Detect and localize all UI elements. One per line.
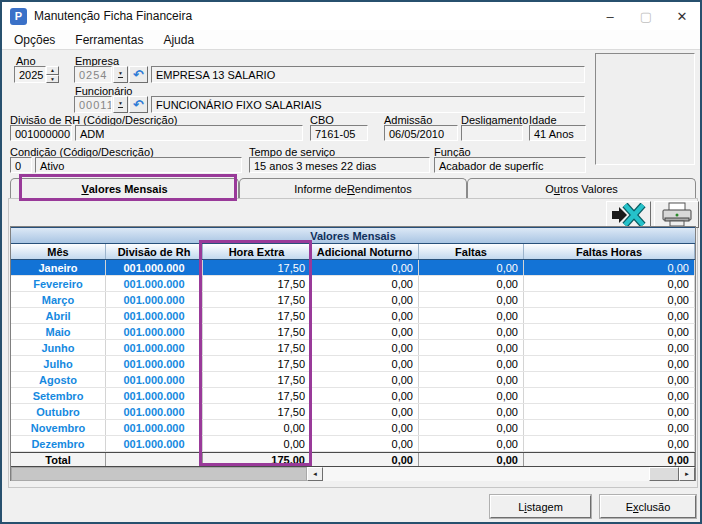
scroll-right-button[interactable]: ► [679, 467, 695, 481]
desligamento-field[interactable] [461, 125, 523, 141]
column-header-mes[interactable]: Mês [11, 244, 106, 259]
empresa-name-field[interactable]: EMPRESA 13 SALARIO [151, 66, 585, 83]
export-excel-button[interactable] [606, 201, 651, 228]
table-row[interactable]: Abril001.000.00017,500,000,000,00 [11, 308, 695, 324]
menu-ferramentas[interactable]: Ferramentas [75, 33, 143, 47]
dropdown-icon: ▼ [118, 71, 123, 78]
menu-ajuda[interactable]: Ajuda [163, 33, 194, 47]
funcionario-code-field[interactable]: 00011 [74, 96, 112, 113]
grid-column-headers: Mês Divisão de Rh Hora Extra Adicional N… [11, 244, 695, 260]
total-faltas: 0,00 [419, 453, 524, 466]
table-row[interactable]: Junho001.000.00017,500,000,000,00 [11, 340, 695, 356]
month-cell: Abril [11, 308, 106, 323]
close-button[interactable]: ✕ [664, 3, 700, 29]
value-cell: 17,50 [203, 404, 311, 419]
value-cell: 0,00 [524, 340, 695, 355]
cbo-field[interactable]: 7161-05 [310, 125, 368, 141]
value-cell: 17,50 [203, 308, 311, 323]
value-cell: 17,50 [203, 356, 311, 371]
value-cell: 17,50 [203, 340, 311, 355]
value-cell: 0,00 [419, 260, 524, 275]
total-adicional-noturno: 0,00 [311, 453, 419, 466]
value-cell: 0,00 [203, 436, 311, 451]
condicao-code-field[interactable]: 0 [10, 157, 32, 173]
funcionario-undo-button[interactable]: ↶ [129, 96, 148, 113]
divisao-rh-desc-field[interactable]: ADM [75, 125, 303, 141]
idade-field[interactable]: 41 Anos [529, 125, 586, 141]
tempo-servico-field[interactable]: 15 anos 3 meses 22 dias [249, 157, 430, 173]
window-controls: – ▢ ✕ [592, 3, 700, 29]
value-cell: 0,00 [311, 260, 419, 275]
total-faltas-horas: 0,00 [524, 453, 695, 466]
maximize-button[interactable]: ▢ [628, 3, 664, 29]
total-label: Total [11, 453, 106, 466]
column-header-faltas[interactable]: Faltas [419, 244, 524, 259]
dropdown-icon: ▼ [118, 101, 123, 108]
empresa-undo-button[interactable]: ↶ [129, 66, 148, 83]
exclusao-button[interactable]: Exclusão [600, 495, 696, 518]
month-cell: Agosto [11, 372, 106, 387]
scrollbar-track[interactable] [323, 467, 679, 481]
table-row[interactable]: Janeiro001.000.00017,500,000,000,00 [11, 260, 695, 276]
app-window: P Manutenção Ficha Financeira – ▢ ✕ Opçõ… [0, 0, 702, 524]
value-cell: 0,00 [419, 276, 524, 291]
table-row[interactable]: Julho001.000.00017,500,000,000,00 [11, 356, 695, 372]
scroll-left-icon: ◄ [312, 471, 318, 477]
value-cell: 17,50 [203, 324, 311, 339]
table-row[interactable]: Setembro001.000.00017,500,000,000,00 [11, 388, 695, 404]
undo-icon: ↶ [133, 69, 144, 81]
funcionario-name-field[interactable]: FUNCIONÁRIO FIXO SALARIAIS [151, 96, 585, 113]
minimize-button[interactable]: – [592, 3, 628, 29]
table-row[interactable]: Dezembro001.000.0000,000,000,000,00 [11, 436, 695, 452]
empresa-code-field[interactable]: 0254 [74, 66, 112, 83]
value-cell: 0,00 [311, 340, 419, 355]
value-cell: 0,00 [524, 420, 695, 435]
menu-opcoes[interactable]: Opções [14, 33, 55, 47]
value-cell: 001.000.000 [106, 340, 203, 355]
condicao-desc-field[interactable]: Ativo [35, 157, 242, 173]
tab-informe-rendimentos[interactable]: Informe de Rendimentos [239, 178, 467, 199]
table-row[interactable]: Agosto001.000.00017,500,000,000,00 [11, 372, 695, 388]
title-bar: P Manutenção Ficha Financeira – ▢ ✕ [2, 2, 700, 30]
total-divisao [106, 453, 203, 466]
admissao-field[interactable]: 06/05/2010 [384, 125, 458, 141]
value-cell: 001.000.000 [106, 372, 203, 387]
print-button[interactable] [654, 201, 699, 228]
tab-valores-mensais[interactable]: Valores Mensais [10, 178, 239, 199]
ano-field[interactable]: 2025 [14, 66, 46, 83]
column-header-divisao[interactable]: Divisão de Rh [106, 244, 203, 259]
funcionario-lookup-button[interactable]: ▼ [113, 96, 128, 113]
value-cell: 0,00 [419, 420, 524, 435]
scrollbar-thumb[interactable] [649, 467, 679, 481]
spin-down-icon[interactable]: ▼ [46, 75, 59, 84]
table-row[interactable]: Outubro001.000.00017,500,000,000,00 [11, 404, 695, 420]
value-cell: 0,00 [524, 324, 695, 339]
value-cell: 001.000.000 [106, 436, 203, 451]
funcao-field[interactable]: Acabador de superfíc [434, 157, 586, 173]
table-row[interactable]: Maio001.000.00017,500,000,000,00 [11, 324, 695, 340]
value-cell: 001.000.000 [106, 308, 203, 323]
column-header-adicional-noturno[interactable]: Adicional Noturno [311, 244, 419, 259]
value-cell: 001.000.000 [106, 260, 203, 275]
table-row[interactable]: Fevereiro001.000.00017,500,000,000,00 [11, 276, 695, 292]
value-cell: 0,00 [524, 388, 695, 403]
value-cell: 0,00 [419, 372, 524, 387]
value-cell: 0,00 [311, 436, 419, 451]
column-header-hora-extra[interactable]: Hora Extra [203, 244, 311, 259]
excel-export-icon [610, 203, 648, 227]
scroll-left-button[interactable]: ◄ [307, 467, 323, 481]
table-row[interactable]: Março001.000.00017,500,000,000,00 [11, 292, 695, 308]
table-row[interactable]: Novembro001.000.0000,000,000,000,00 [11, 420, 695, 436]
month-cell: Fevereiro [11, 276, 106, 291]
value-cell: 0,00 [311, 404, 419, 419]
tab-outros-valores[interactable]: Outros Valores [467, 178, 696, 199]
scroll-right-icon: ► [684, 471, 690, 477]
spin-up-icon[interactable]: ▲ [46, 66, 59, 75]
column-header-faltas-horas[interactable]: Faltas Horas [524, 244, 695, 259]
window-title: Manutenção Ficha Financeira [34, 9, 192, 23]
empresa-lookup-button[interactable]: ▼ [113, 66, 128, 83]
undo-icon: ↶ [133, 99, 144, 111]
valores-mensais-grid: Valores Mensais Mês Divisão de Rh Hora E… [10, 226, 696, 481]
divisao-rh-code-field[interactable]: 001000000 [10, 125, 72, 141]
listagem-button[interactable]: Listagem [490, 495, 591, 518]
